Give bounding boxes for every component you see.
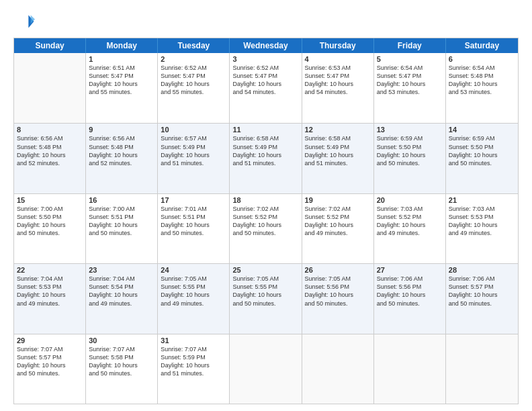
day-number: 19 [305,196,371,204]
day-number: 15 [17,196,83,204]
cell-content: Sunrise: 7:05 AMSunset: 5:55 PMDaylight:… [232,275,298,308]
calendar-cell: 22Sunrise: 7:04 AMSunset: 5:53 PMDayligh… [14,264,86,333]
cell-content: Sunrise: 6:53 AMSunset: 5:47 PMDaylight:… [305,64,371,97]
day-number: 21 [449,196,515,204]
day-number: 10 [161,126,226,134]
calendar-cell: 25Sunrise: 7:05 AMSunset: 5:55 PMDayligh… [230,264,302,333]
header-cell-monday: Monday [86,38,158,53]
cell-content: Sunrise: 7:06 AMSunset: 5:56 PMDaylight:… [377,275,443,308]
day-number: 20 [377,196,443,204]
calendar-cell: 30Sunrise: 7:07 AMSunset: 5:58 PMDayligh… [86,334,158,404]
cell-content: Sunrise: 7:02 AMSunset: 5:52 PMDaylight:… [305,205,371,238]
calendar-cell: 26Sunrise: 7:05 AMSunset: 5:56 PMDayligh… [302,264,374,333]
cell-content: Sunrise: 6:56 AMSunset: 5:48 PMDaylight:… [17,134,83,167]
calendar-cell [374,334,446,404]
cell-content: Sunrise: 7:01 AMSunset: 5:51 PMDaylight:… [161,205,226,238]
cell-content: Sunrise: 7:02 AMSunset: 5:52 PMDaylight:… [232,205,298,238]
calendar-cell [230,334,302,404]
calendar-cell: 24Sunrise: 7:05 AMSunset: 5:55 PMDayligh… [158,264,230,333]
day-number: 4 [305,55,371,63]
logo [13,11,38,32]
calendar-cell: 20Sunrise: 7:03 AMSunset: 5:52 PMDayligh… [374,194,446,263]
cell-content: Sunrise: 6:58 AMSunset: 5:49 PMDaylight:… [232,134,298,167]
day-number: 25 [232,266,298,274]
day-number: 27 [377,266,443,274]
cell-content: Sunrise: 7:03 AMSunset: 5:53 PMDaylight:… [449,205,515,238]
day-number: 6 [449,55,515,63]
cell-content: Sunrise: 6:59 AMSunset: 5:50 PMDaylight:… [449,134,515,167]
calendar-cell: 13Sunrise: 6:59 AMSunset: 5:50 PMDayligh… [374,124,446,193]
calendar-row: 8Sunrise: 6:56 AMSunset: 5:48 PMDaylight… [14,123,518,193]
logo-icon [13,11,35,32]
day-number: 29 [17,336,83,345]
cell-content: Sunrise: 7:03 AMSunset: 5:52 PMDaylight:… [377,205,443,238]
day-number: 23 [89,266,154,274]
cell-content: Sunrise: 6:51 AMSunset: 5:47 PMDaylight:… [89,64,154,97]
calendar-cell: 28Sunrise: 7:06 AMSunset: 5:57 PMDayligh… [446,264,518,333]
calendar-header: SundayMondayTuesdayWednesdayThursdayFrid… [14,38,518,53]
cell-content: Sunrise: 6:56 AMSunset: 5:48 PMDaylight:… [89,134,154,167]
cell-content: Sunrise: 6:58 AMSunset: 5:49 PMDaylight:… [305,134,371,167]
cell-content: Sunrise: 7:07 AMSunset: 5:57 PMDaylight:… [17,345,83,378]
header-cell-tuesday: Tuesday [158,38,230,53]
calendar-cell: 29Sunrise: 7:07 AMSunset: 5:57 PMDayligh… [14,334,86,404]
day-number: 12 [305,126,371,134]
day-number: 16 [89,196,154,204]
calendar-cell: 31Sunrise: 7:07 AMSunset: 5:59 PMDayligh… [158,334,230,404]
header-cell-saturday: Saturday [446,38,518,53]
cell-content: Sunrise: 7:04 AMSunset: 5:54 PMDaylight:… [89,275,154,308]
calendar-cell: 10Sunrise: 6:57 AMSunset: 5:49 PMDayligh… [158,124,230,193]
calendar-cell: 18Sunrise: 7:02 AMSunset: 5:52 PMDayligh… [230,194,302,263]
calendar-cell: 27Sunrise: 7:06 AMSunset: 5:56 PMDayligh… [374,264,446,333]
day-number: 24 [161,266,226,274]
day-number: 11 [232,126,298,134]
day-number: 22 [17,266,83,274]
header-cell-thursday: Thursday [302,38,374,53]
calendar-cell: 3Sunrise: 6:52 AMSunset: 5:47 PMDaylight… [230,53,302,123]
day-number: 8 [17,126,83,134]
calendar-cell: 11Sunrise: 6:58 AMSunset: 5:49 PMDayligh… [230,124,302,193]
calendar-row: 15Sunrise: 7:00 AMSunset: 5:50 PMDayligh… [14,193,518,263]
day-number: 18 [232,196,298,204]
day-number: 1 [89,55,154,63]
calendar-cell [302,334,374,404]
cell-content: Sunrise: 6:59 AMSunset: 5:50 PMDaylight:… [377,134,443,167]
calendar: SundayMondayTuesdayWednesdayThursdayFrid… [13,38,519,404]
cell-content: Sunrise: 7:07 AMSunset: 5:58 PMDaylight:… [89,345,154,378]
calendar-cell: 16Sunrise: 7:00 AMSunset: 5:51 PMDayligh… [86,194,158,263]
header-cell-wednesday: Wednesday [230,38,302,53]
cell-content: Sunrise: 7:06 AMSunset: 5:57 PMDaylight:… [449,275,515,308]
calendar-cell: 5Sunrise: 6:54 AMSunset: 5:47 PMDaylight… [374,53,446,123]
calendar-cell: 9Sunrise: 6:56 AMSunset: 5:48 PMDaylight… [86,124,158,193]
day-number: 5 [377,55,443,63]
calendar-cell: 6Sunrise: 6:54 AMSunset: 5:48 PMDaylight… [446,53,518,123]
cell-content: Sunrise: 6:52 AMSunset: 5:47 PMDaylight:… [161,64,226,97]
cell-content: Sunrise: 6:52 AMSunset: 5:47 PMDaylight:… [232,64,298,97]
calendar-body: 1Sunrise: 6:51 AMSunset: 5:47 PMDaylight… [14,53,518,404]
calendar-cell: 15Sunrise: 7:00 AMSunset: 5:50 PMDayligh… [14,194,86,263]
day-number: 9 [89,126,154,134]
calendar-cell: 21Sunrise: 7:03 AMSunset: 5:53 PMDayligh… [446,194,518,263]
calendar-cell: 14Sunrise: 6:59 AMSunset: 5:50 PMDayligh… [446,124,518,193]
calendar-cell: 2Sunrise: 6:52 AMSunset: 5:47 PMDaylight… [158,53,230,123]
day-number: 2 [161,55,226,63]
calendar-cell: 8Sunrise: 6:56 AMSunset: 5:48 PMDaylight… [14,124,86,193]
calendar-cell [446,334,518,404]
day-number: 3 [232,55,298,63]
cell-content: Sunrise: 7:05 AMSunset: 5:56 PMDaylight:… [305,275,371,308]
header [13,11,519,32]
header-cell-sunday: Sunday [14,38,86,53]
day-number: 14 [449,126,515,134]
day-number: 30 [89,336,154,345]
cell-content: Sunrise: 7:05 AMSunset: 5:55 PMDaylight:… [161,275,226,308]
header-cell-friday: Friday [374,38,446,53]
day-number: 17 [161,196,226,204]
page: SundayMondayTuesdayWednesdayThursdayFrid… [0,0,532,411]
day-number: 26 [305,266,371,274]
cell-content: Sunrise: 7:07 AMSunset: 5:59 PMDaylight:… [161,345,226,378]
calendar-cell [14,53,86,123]
calendar-row: 1Sunrise: 6:51 AMSunset: 5:47 PMDaylight… [14,53,518,123]
cell-content: Sunrise: 7:00 AMSunset: 5:51 PMDaylight:… [89,205,154,238]
calendar-cell: 17Sunrise: 7:01 AMSunset: 5:51 PMDayligh… [158,194,230,263]
calendar-cell: 1Sunrise: 6:51 AMSunset: 5:47 PMDaylight… [86,53,158,123]
